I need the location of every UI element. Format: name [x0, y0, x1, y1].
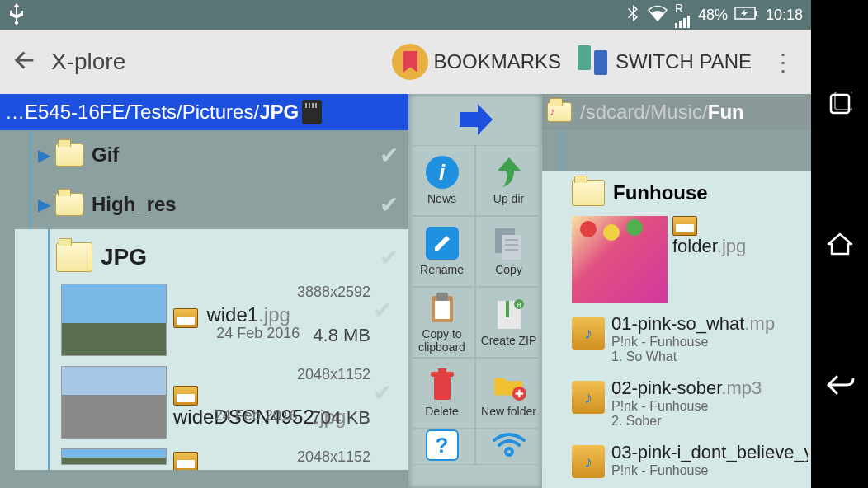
- open-folder-funhouse: Funhouse folder.jpg 01-pink-so_what.m: [542, 171, 811, 488]
- folder-icon: [572, 180, 605, 206]
- file-row[interactable]: folder.jpg: [572, 213, 811, 310]
- copy-icon: [493, 227, 526, 260]
- wifi-button[interactable]: [475, 429, 542, 465]
- thumbnail: [61, 448, 167, 465]
- battery-percent: 48%: [698, 7, 728, 24]
- image-file-icon: [672, 216, 697, 236]
- svg-rect-3: [687, 16, 690, 28]
- check-icon[interactable]: ✔: [373, 297, 392, 324]
- up-dir-button[interactable]: Up dir: [475, 145, 542, 216]
- back-button[interactable]: [811, 348, 868, 422]
- news-button[interactable]: i News: [408, 145, 475, 216]
- folder-icon: [55, 143, 83, 167]
- file-size: 4.8 MB: [313, 325, 370, 346]
- image-file-icon: [173, 452, 198, 470]
- transfer-arrow[interactable]: [408, 94, 542, 145]
- clipboard-icon: [426, 291, 459, 324]
- file-date: 24 Feb 2016: [216, 325, 300, 346]
- folder-icon: [56, 242, 92, 272]
- wifi-icon: [493, 429, 526, 461]
- signal-icon: R: [675, 2, 691, 28]
- bookmarks-button[interactable]: BOOKMARKS: [392, 44, 561, 80]
- rename-button[interactable]: Rename: [408, 216, 475, 287]
- svg-rect-12: [435, 301, 450, 319]
- folder-icon: [55, 193, 83, 216]
- folder-highres[interactable]: ▶ High_res ✔: [15, 180, 408, 229]
- pencil-icon: [426, 227, 459, 260]
- file-row[interactable]: 2048x1152 wideDSCN4952.jpg 24 Feb 201670…: [56, 363, 408, 445]
- thumbnail: [61, 366, 167, 439]
- right-pane: /sdcard/Music/Fun Funhouse folder.jpg: [542, 94, 811, 488]
- more-menu-icon[interactable]: ⋮: [765, 49, 801, 76]
- switch-pane-icon: [574, 44, 611, 80]
- usb-icon: [8, 2, 25, 29]
- new-folder-icon: [493, 368, 526, 401]
- thumbnail: [61, 284, 167, 356]
- appbar: X-plore BOOKMARKS SWITCH PANE ⋮: [0, 30, 811, 94]
- image-file-icon: [173, 308, 198, 328]
- check-icon[interactable]: ✔: [380, 244, 399, 271]
- album-art: [572, 216, 668, 303]
- statusbar: R 48% 10:18: [0, 0, 811, 30]
- image-file-icon: [173, 386, 198, 406]
- file-row[interactable]: 2048x1152: [56, 445, 408, 470]
- svg-rect-20: [438, 368, 446, 373]
- file-row[interactable]: 01-pink-so_what.mp P!nk - Funhouse 1. So…: [572, 310, 811, 374]
- right-pathbar[interactable]: /sdcard/Music/Fun: [542, 94, 811, 130]
- create-zip-button[interactable]: 8 Create ZIP: [475, 287, 542, 358]
- left-pane: …E545-16FE/Tests/Pictures/JPG ▶ Gif ✔ ▶: [0, 94, 408, 488]
- copy-clipboard-button[interactable]: Copy to clipboard: [408, 287, 475, 358]
- bookmark-icon: [392, 44, 428, 80]
- app-title: X-plore: [51, 49, 125, 75]
- music-folder-icon: [547, 102, 572, 122]
- help-button[interactable]: ?: [408, 429, 475, 465]
- check-icon[interactable]: ✔: [380, 191, 399, 218]
- current-folder-jpg: JPG ✔ 3888x2592 wide1.jpg: [15, 229, 408, 470]
- svg-rect-7: [502, 235, 521, 260]
- center-toolbar: i News Up dir Rename Copy Copy to: [408, 94, 542, 488]
- file-date: 24 Feb 2016: [215, 407, 298, 429]
- battery-icon: [734, 6, 759, 25]
- audio-file-icon: [572, 445, 605, 478]
- expand-icon[interactable]: ▶: [38, 145, 50, 165]
- status-time: 10:18: [766, 7, 803, 24]
- file-row[interactable]: 3888x2592 wide1.jpg 24 Feb 20164.8 MB ✔: [56, 280, 408, 363]
- delete-button[interactable]: Delete: [408, 358, 475, 429]
- up-arrow-icon: [493, 156, 526, 189]
- folder-gif[interactable]: ▶ Gif ✔: [15, 130, 408, 180]
- recent-apps-button[interactable]: [811, 67, 868, 141]
- audio-file-icon: [572, 317, 605, 350]
- question-icon: ?: [426, 429, 459, 461]
- left-pathbar[interactable]: …E545-16FE/Tests/Pictures/JPG: [0, 94, 408, 130]
- svg-rect-2: [683, 18, 686, 28]
- svg-rect-0: [675, 23, 677, 28]
- file-row[interactable]: 03-pink-i_dont_believe_you. P!nk - Funho…: [572, 439, 811, 488]
- file-size: 704 KB: [311, 407, 370, 429]
- svg-rect-18: [434, 377, 451, 400]
- new-folder-button[interactable]: New folder: [475, 358, 542, 429]
- wifi-icon: [647, 4, 668, 26]
- file-resolution: 2048x1152: [297, 366, 370, 383]
- file-resolution: 2048x1152: [297, 448, 370, 466]
- open-folder-header[interactable]: Funhouse: [572, 180, 811, 213]
- svg-rect-5: [755, 11, 757, 16]
- back-icon[interactable]: [10, 46, 38, 77]
- info-icon: i: [426, 156, 459, 189]
- svg-rect-15: [506, 301, 509, 317]
- svg-rect-13: [436, 293, 448, 301]
- sdcard-icon: [302, 100, 322, 124]
- expand-icon[interactable]: ▶: [38, 195, 50, 214]
- svg-text:8: 8: [517, 301, 521, 309]
- file-resolution: 3888x2592: [297, 284, 370, 301]
- check-icon[interactable]: ✔: [380, 142, 399, 169]
- check-icon[interactable]: ✔: [373, 379, 392, 406]
- copy-button[interactable]: Copy: [475, 216, 542, 287]
- home-button[interactable]: [811, 207, 868, 281]
- android-navbar: [811, 0, 868, 488]
- switch-pane-button[interactable]: SWITCH PANE: [574, 44, 752, 80]
- trash-icon: [426, 368, 459, 401]
- zip-icon: 8: [493, 298, 526, 331]
- audio-file-icon: [572, 381, 605, 414]
- open-folder-header[interactable]: JPG ✔: [56, 242, 408, 280]
- file-row[interactable]: 02-pink-sober.mp3 P!nk - Funhouse 2. Sob…: [572, 374, 811, 439]
